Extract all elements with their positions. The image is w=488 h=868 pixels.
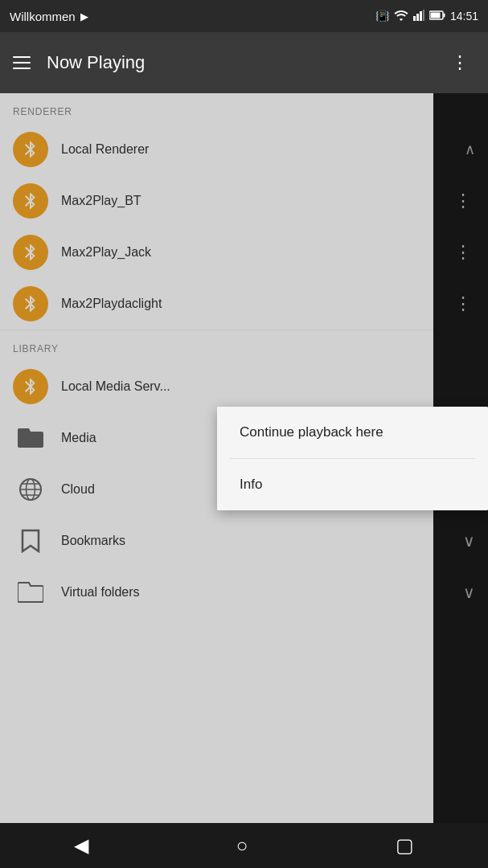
time-label: 14:51 [450, 10, 478, 23]
svg-rect-3 [423, 10, 424, 21]
svg-rect-6 [430, 13, 440, 18]
app-bar: Now Playing ⋮ [0, 32, 488, 93]
app-name-label: Willkommen [10, 10, 76, 23]
svg-rect-0 [413, 16, 416, 21]
status-right: 📳 14:51 [375, 10, 478, 23]
status-left: Willkommen ▶ [10, 10, 88, 23]
battery-icon [429, 10, 445, 23]
vibrate-icon: 📳 [375, 10, 389, 23]
signal-icon [413, 10, 424, 23]
svg-rect-5 [443, 14, 445, 18]
play-triangle-icon: ▶ [80, 10, 88, 23]
context-menu-item-info[interactable]: Info [217, 459, 488, 510]
status-bar: Willkommen ▶ 📳 14 [0, 0, 488, 32]
more-options-button[interactable]: ⋮ [445, 46, 475, 80]
svg-rect-2 [420, 11, 422, 21]
home-button[interactable]: ○ [230, 828, 255, 863]
wifi-icon [394, 10, 408, 23]
context-menu-item-continue-playback[interactable]: Continue playback here [217, 407, 488, 458]
hamburger-menu-button[interactable] [13, 56, 31, 69]
context-menu: Continue playback here Info [217, 407, 488, 510]
recent-apps-button[interactable]: ▢ [389, 828, 420, 863]
app-title: Now Playing [47, 52, 445, 73]
main-content: RENDERER Local Renderer ∧ Max2Play_BT ⋮ … [0, 93, 488, 823]
back-button[interactable]: ◀ [68, 828, 95, 863]
svg-rect-1 [416, 14, 419, 21]
bottom-navigation: ◀ ○ ▢ [0, 823, 488, 868]
